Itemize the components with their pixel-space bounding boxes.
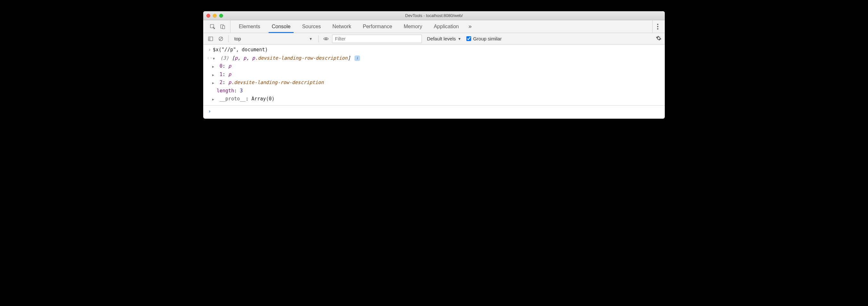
- svg-point-4: [657, 26, 658, 27]
- console-input-row: › $x("//p", document): [203, 46, 665, 54]
- output-arrow-icon: ‹·: [207, 54, 213, 62]
- clear-console-icon[interactable]: [217, 35, 225, 43]
- group-similar-label: Group similar: [473, 36, 502, 41]
- levels-label: Default levels: [427, 36, 456, 41]
- tab-console[interactable]: Console: [266, 20, 297, 33]
- tabs-overflow[interactable]: »: [464, 20, 475, 33]
- chevron-down-icon: ▼: [309, 37, 312, 41]
- tab-application[interactable]: Application: [428, 20, 464, 33]
- tab-elements[interactable]: Elements: [233, 20, 266, 33]
- tab-performance[interactable]: Performance: [357, 20, 398, 33]
- info-icon[interactable]: i: [354, 55, 360, 61]
- close-button[interactable]: [207, 14, 210, 18]
- tab-sources[interactable]: Sources: [296, 20, 327, 33]
- expand-icon[interactable]: [212, 62, 217, 71]
- tab-network[interactable]: Network: [327, 20, 357, 33]
- tabs: Elements Console Sources Network Perform…: [230, 20, 475, 33]
- expand-icon[interactable]: [212, 71, 217, 79]
- expand-icon[interactable]: [212, 95, 217, 103]
- tab-memory[interactable]: Memory: [398, 20, 428, 33]
- inspect-element-icon[interactable]: [208, 23, 217, 31]
- console-output-summary[interactable]: (3) [p, p, p.devsite-landing-row-descrip…: [213, 54, 661, 62]
- live-expression-icon[interactable]: [322, 35, 330, 43]
- array-entry[interactable]: 0: p: [203, 62, 665, 71]
- proto-property[interactable]: __proto__: Array(0): [203, 95, 665, 103]
- traffic-lights: [203, 14, 223, 18]
- expand-icon[interactable]: [212, 79, 217, 87]
- prompt-icon: ›: [207, 107, 213, 116]
- console-prompt-row[interactable]: ›: [203, 106, 665, 119]
- svg-point-10: [326, 38, 327, 39]
- expand-icon[interactable]: [213, 54, 217, 62]
- tab-icons-left: [205, 20, 230, 33]
- svg-rect-2: [222, 26, 225, 29]
- filter-input[interactable]: [332, 35, 422, 43]
- settings-menu-icon[interactable]: [652, 20, 663, 33]
- array-entry[interactable]: 2: p.devsite-landing-row-description: [203, 79, 665, 87]
- device-toolbar-icon[interactable]: [219, 23, 227, 31]
- svg-point-3: [657, 24, 658, 25]
- window-title: DevTools - localhost:8080/web/: [203, 13, 665, 18]
- group-similar-toggle[interactable]: Group similar: [466, 36, 502, 41]
- context-selector[interactable]: top ▼: [232, 35, 315, 43]
- console-body: › $x("//p", document) ‹· (3) [p, p, p.de…: [203, 45, 665, 119]
- maximize-button[interactable]: [219, 14, 223, 18]
- input-prompt-icon: ›: [207, 46, 213, 54]
- array-count: (3): [220, 55, 229, 61]
- array-entry[interactable]: 1: p: [203, 71, 665, 79]
- show-console-sidebar-icon[interactable]: [207, 35, 215, 43]
- tabbar: Elements Console Sources Network Perform…: [203, 20, 665, 33]
- console-toolbar: top ▼ Default levels ▼ Group similar: [203, 33, 665, 45]
- svg-point-5: [657, 28, 658, 29]
- chevron-down-icon: ▼: [458, 37, 461, 41]
- console-input-text: $x("//p", document): [213, 46, 661, 54]
- console-prompt-input[interactable]: [213, 107, 661, 116]
- console-output-row: ‹· (3) [p, p, p.devsite-landing-row-desc…: [203, 54, 665, 62]
- devtools-window: DevTools - localhost:8080/web/ Elements …: [203, 11, 665, 119]
- log-levels-selector[interactable]: Default levels ▼: [424, 36, 464, 41]
- minimize-button[interactable]: [213, 14, 217, 18]
- length-property: length: 3: [203, 87, 665, 95]
- svg-line-9: [220, 37, 222, 40]
- titlebar: DevTools - localhost:8080/web/: [203, 11, 665, 20]
- group-similar-checkbox[interactable]: [466, 36, 471, 41]
- context-label: top: [234, 36, 241, 41]
- gear-icon[interactable]: [656, 35, 661, 42]
